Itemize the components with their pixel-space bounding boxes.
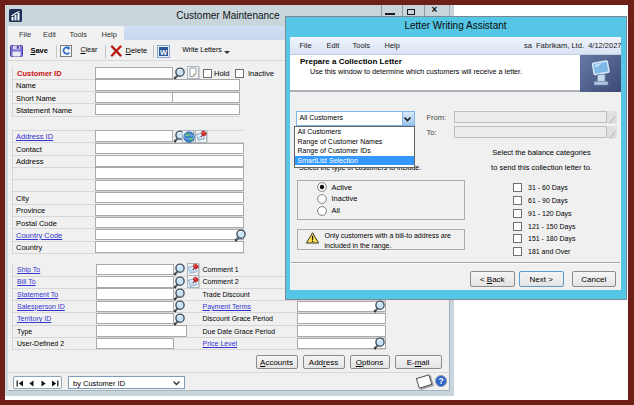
svg-text:W: W: [160, 47, 168, 56]
svg-text:?: ?: [438, 376, 443, 386]
